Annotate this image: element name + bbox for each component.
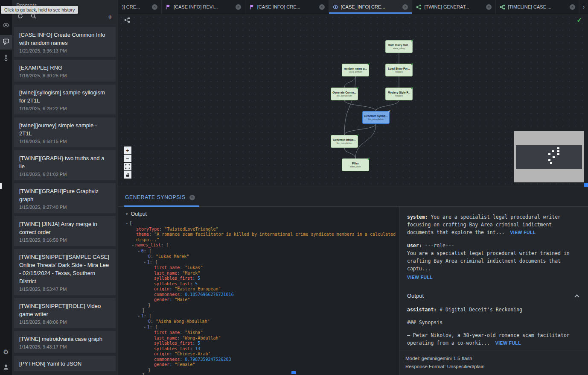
json-value: "Lukas" <box>185 265 203 270</box>
json-tree-line[interactable]: ▾1: [ <box>126 313 399 319</box>
graph-canvas[interactable]: state mkey stor...state_mkey✓random name… <box>118 14 588 186</box>
json-tree-line[interactable]: ▾0: [ <box>126 249 399 255</box>
minimap-node-dot <box>557 147 559 149</box>
node-subtitle: llm_completion <box>337 94 352 97</box>
chevron-down-icon: ▾ <box>144 325 146 329</box>
account-button[interactable] <box>0 360 12 375</box>
prompts-icon <box>3 38 9 47</box>
user-view-full-link[interactable]: VIEW FULL <box>407 273 433 281</box>
graph-node-0[interactable]: state mkey stor...state_mkey✓ <box>385 40 413 53</box>
output-section-header[interactable]: Output <box>407 292 580 300</box>
fit-view-button[interactable] <box>124 163 131 170</box>
resize-handle-left[interactable] <box>0 183 2 189</box>
rail-item-experiments[interactable] <box>0 51 12 66</box>
node-check-icon: ✓ <box>410 86 414 90</box>
minimap[interactable] <box>514 131 584 182</box>
node-check-icon: ✓ <box>387 109 391 114</box>
output-collapse-row[interactable]: ▾ Output <box>126 211 399 217</box>
json-colon: : <box>149 232 154 237</box>
json-colon: : <box>161 243 166 247</box>
json-tree-line: origin: "Eastern European" <box>126 287 399 292</box>
editor-tab-3[interactable]: [CASE_INFO] CRE...× <box>329 0 413 14</box>
node-subtitle: state_mkey <box>393 47 405 50</box>
user-role: user: <box>407 243 422 249</box>
assistant-view-full-link[interactable]: VIEW FULL <box>495 340 521 346</box>
assistant-subheading: ### Synopsis <box>407 319 580 326</box>
canvas-toolbar: ✓ <box>118 14 588 26</box>
prompt-list-item[interactable]: [TWINE][GRAPH]Pure Graphviz graph1/15/20… <box>14 183 116 213</box>
json-tree-line: last_name: "Marek" <box>126 271 399 276</box>
prompt-list-item[interactable]: [PYTHON] Yaml to JSON <box>14 356 116 371</box>
json-key: first_name <box>154 265 180 270</box>
lock-button[interactable] <box>124 171 131 179</box>
result-tab-generate-synopsis[interactable]: GENERATE SYNOPSIS × <box>124 188 199 207</box>
horizontal-scrollbar-thumb[interactable] <box>291 371 296 374</box>
result-tab-close-icon[interactable]: × <box>189 195 195 200</box>
minimap-node-dot <box>557 150 559 152</box>
tab-strip: )] CRE...×[CASE INFO] REVI...×[CASE INFO… <box>118 0 579 14</box>
rail-item-visibility[interactable] <box>0 19 12 33</box>
prompt-list-item[interactable]: [TWINE][SNIPPET][ROLE] Video game writer… <box>14 298 116 328</box>
tab-close-icon[interactable]: × <box>486 4 492 10</box>
json-tree-line: gender: "Male" <box>126 297 399 303</box>
graph-node-6[interactable]: Generate Introd...llm_completion✓ <box>331 135 358 148</box>
tab-close-icon[interactable]: × <box>152 4 157 10</box>
json-key: storyType <box>136 227 159 231</box>
json-colon: : <box>159 227 164 231</box>
node-check-icon: ✓ <box>356 133 359 138</box>
zoom-in-button[interactable]: + <box>124 146 131 154</box>
tab-close-icon[interactable]: × <box>236 4 241 10</box>
add-prompt-button[interactable]: + <box>108 14 112 20</box>
graph-node-3[interactable]: Generate Comm...llm_completion✓ <box>331 88 358 100</box>
json-tree-line[interactable]: ▾1: { <box>126 325 399 331</box>
graph-node-1[interactable]: random name g...exec_python✓ <box>342 64 369 76</box>
settings-button[interactable]: ⚙ <box>0 344 12 359</box>
json-tree-line[interactable]: ▾names_list: [ <box>126 243 399 249</box>
editor-tab-1[interactable]: [CASE INFO] REVI...× <box>162 0 245 14</box>
minimap-node-dot <box>548 159 550 161</box>
graph-node-7[interactable]: Filterstate_filter✓ <box>342 158 369 171</box>
flask-icon <box>3 54 9 63</box>
refresh-icon[interactable] <box>17 13 23 21</box>
resize-handle-right[interactable] <box>584 183 588 187</box>
editor-tab-2[interactable]: [CASE INFO] CRE...× <box>245 0 329 14</box>
output-json-pane: ▾ Output ▾{storyType: "TwistedLoveTriang… <box>118 207 399 375</box>
editor-tab-5[interactable]: [TIMELINE] CASE ...× <box>496 0 579 14</box>
prompt-list-item[interactable]: [EXAMPLE] RNG1/16/2025, 8:30:25 PM <box>14 60 116 82</box>
node-title: random name g... <box>344 67 367 70</box>
search-icon[interactable] <box>30 13 37 21</box>
graph-node-2[interactable]: Load Story For...snippet✓ <box>385 64 413 76</box>
tab-close-icon[interactable]: × <box>570 4 575 10</box>
editor-tab-label: [CASE INFO] CRE... <box>257 4 317 9</box>
json-colon: : <box>151 319 156 324</box>
rail-item-prompts[interactable] <box>0 35 12 50</box>
prompt-title: [PYTHON] Yaml to JSON <box>19 360 111 368</box>
editor-tab-4[interactable]: [TWINE] GENERAT...× <box>412 0 496 14</box>
tabs-overflow-button[interactable]: › <box>579 0 588 14</box>
prompt-list-item[interactable]: [CASE INFO] Create Common Info with rand… <box>14 27 116 57</box>
layout-graph-icon[interactable] <box>124 17 130 23</box>
tab-close-icon[interactable]: × <box>402 4 408 10</box>
json-tree-line[interactable]: ▾{ <box>126 221 399 227</box>
node-title: state mkey stor... <box>388 44 410 47</box>
json-key: syllables_last <box>154 281 190 286</box>
zoom-out-button[interactable]: − <box>124 155 131 162</box>
prompt-list-item[interactable]: [TWINE] [JINJA] Array merge in correct o… <box>14 216 116 246</box>
prompt-list-item[interactable]: [twine][journey] simple sample - 2T1L1/1… <box>14 117 116 147</box>
tab-close-icon[interactable]: × <box>319 4 325 10</box>
minimap-node-dot <box>557 153 559 155</box>
prompt-list-item[interactable]: [TWINE][SNIPPET][SAMPLE CASE] Online Thr… <box>14 249 116 295</box>
editor-tab-label: [TWINE] GENERAT... <box>424 4 483 9</box>
editor-tab-0[interactable]: )] CRE...× <box>118 0 162 14</box>
eye-icon <box>333 4 338 10</box>
prompt-list-item[interactable]: [TWINE] metroidvania case graph1/14/2025… <box>14 331 116 353</box>
json-value: 5 <box>198 341 200 346</box>
prompt-list-item[interactable]: [twine][syllogism] sample syllogism for … <box>14 85 116 114</box>
graph-node-5[interactable]: Generate Synop...llm_completion✓ <box>362 111 390 124</box>
prompt-list-item[interactable]: [TWINE][GRAPH} two truths and a lie1/16/… <box>14 150 116 180</box>
editor-tab-label: )] CRE... <box>122 4 149 9</box>
graph-node-4[interactable]: Mystery Style F...snippet✓ <box>385 88 413 100</box>
json-tree-line: storyType: "TwistedLoveTriangle" <box>126 227 399 232</box>
json-tree-line[interactable]: ▾1: { <box>126 260 399 266</box>
system-view-full-link[interactable]: VIEW FULL <box>510 230 536 235</box>
